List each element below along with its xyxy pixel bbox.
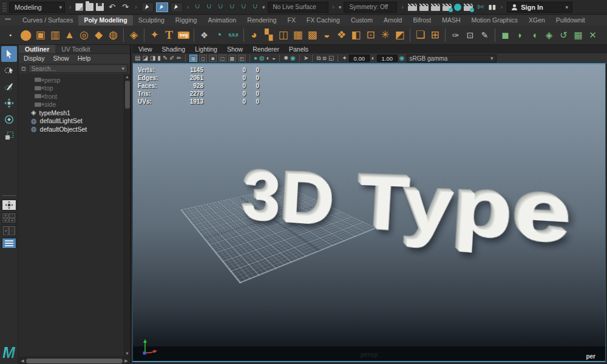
color-space-selector[interactable]: sRGB gamma ▾ — [407, 55, 497, 62]
select-object-icon[interactable] — [156, 2, 168, 12]
save-scene-icon[interactable] — [96, 3, 104, 11]
select-component-icon[interactable] — [171, 2, 183, 12]
tab-curves-surfaces[interactable]: Curves / Surfaces — [17, 15, 78, 25]
select-camera-icon[interactable]: ▤ — [135, 55, 140, 61]
snap-viewplane-icon[interactable]: ∩ — [239, 2, 248, 12]
layout-outliner-persp-button[interactable] — [2, 238, 16, 249]
poly-cone-icon[interactable]: ▲ — [63, 27, 76, 43]
exposure-field[interactable]: 0.00 — [349, 55, 370, 62]
vertical-scrollbar[interactable]: ▲ ▼ — [124, 74, 130, 357]
menu-shading[interactable]: Shading — [162, 46, 186, 53]
tab-poly-modeling[interactable]: Poly Modeling — [78, 15, 132, 25]
group-collapse-icon[interactable]: › — [185, 4, 191, 10]
menu-panels[interactable]: Panels — [289, 46, 308, 53]
lasso-tool-button[interactable] — [1, 62, 17, 78]
hypershade-icon[interactable] — [464, 4, 473, 11]
open-scene-icon[interactable] — [86, 3, 93, 11]
default-material-icon[interactable]: ◰ — [238, 55, 246, 62]
symmetrize-icon[interactable]: ◒ — [320, 27, 334, 43]
tab-custom[interactable]: Custom — [345, 15, 378, 25]
origin-coords-icon[interactable]: 0,0,0 — [226, 27, 240, 43]
multi-cut-icon[interactable]: ✑ — [449, 27, 463, 43]
svg-tool-icon[interactable]: svg — [177, 27, 191, 43]
group-collapse-icon[interactable]: › — [67, 4, 73, 10]
subdiv-cube-icon[interactable]: ◈ — [542, 27, 556, 43]
snap-point-icon[interactable]: ∩ — [216, 2, 225, 12]
sweep-mesh-icon[interactable]: ✦ — [148, 27, 161, 43]
undo-icon[interactable]: ↶ — [106, 2, 117, 12]
reset-time-icon[interactable]: ◔ — [212, 27, 226, 43]
render-sequence-icon[interactable] — [443, 4, 452, 11]
snap-grid-icon[interactable]: ∩ — [193, 2, 202, 12]
tab-outliner[interactable]: Outliner — [19, 45, 55, 53]
shelf-menu-icon[interactable] — [5, 18, 11, 20]
tab-sculpting[interactable]: Sculpting — [133, 15, 170, 25]
menu-show[interactable]: Show — [53, 55, 69, 63]
horizontal-scrollbar[interactable]: ◀ ▶ — [19, 357, 130, 364]
list-item-front[interactable]: front — [19, 92, 130, 101]
chevron-down-icon[interactable]: ▾ — [339, 4, 342, 10]
live-surface-field[interactable]: No Live Surface — [268, 2, 328, 13]
menu-help[interactable]: Help — [78, 55, 91, 63]
viewport-3d-view[interactable]: Verts:114500 Edges:206100 Faces:92800 Tr… — [132, 63, 606, 362]
light-editor-icon[interactable]: ✄ — [475, 2, 486, 12]
menu-lighting[interactable]: Lighting — [195, 46, 217, 53]
tab-pulldownit[interactable]: Pulldownit — [551, 15, 591, 25]
scrollbar-thumb[interactable] — [26, 359, 123, 363]
tab-bifrost[interactable]: Bifrost — [407, 15, 436, 25]
select-hierarchy-icon[interactable] — [141, 2, 154, 12]
camera-attributes-icon[interactable]: ◨ — [150, 55, 155, 61]
contrast-icon[interactable]: ◐ — [371, 55, 375, 61]
menu-view[interactable]: View — [138, 46, 152, 53]
poly-cube-icon[interactable]: ▣ — [33, 27, 47, 43]
crease-a-icon[interactable]: ◗ — [513, 27, 527, 43]
menu-renderer[interactable]: Renderer — [253, 46, 279, 53]
tab-fx-caching[interactable]: FX Caching — [301, 15, 345, 25]
search-input[interactable]: Search... ▾ — [29, 64, 127, 73]
redo-icon[interactable]: ↷ — [120, 2, 131, 12]
list-item-top[interactable]: top — [19, 84, 130, 93]
tab-rendering[interactable]: Rendering — [242, 15, 282, 25]
grease-play-icon[interactable]: ✏ — [177, 55, 181, 61]
image-plane-icon[interactable]: ◱ — [328, 55, 334, 61]
tab-arnold[interactable]: Arnold — [378, 15, 407, 25]
lock-camera-icon[interactable]: ◪ — [142, 55, 148, 61]
poly-sphere-icon[interactable]: ⬤ — [19, 27, 33, 43]
exposure-icon[interactable]: ✦ — [342, 55, 347, 61]
snap-curve-icon[interactable]: ∩ — [205, 2, 214, 12]
render-view-icon[interactable] — [408, 4, 417, 11]
filter-icon[interactable]: ⧉ — [21, 65, 26, 73]
multi-pane-icon[interactable]: ⧉ — [316, 55, 320, 61]
poly-plane-icon[interactable]: ◆ — [92, 27, 106, 43]
list-item-defaultobjectset[interactable]: ◍ defaultObjectSet — [19, 125, 130, 133]
bounding-box-icon[interactable]: ▢ — [219, 55, 226, 62]
render-settings-icon[interactable] — [454, 4, 461, 11]
scrollbar-thumb[interactable] — [125, 81, 130, 109]
scroll-left-icon[interactable]: ◀ — [20, 359, 25, 363]
quad-draw-icon[interactable]: ✎ — [478, 27, 492, 43]
tab-motion-graphics[interactable]: Motion Graphics — [466, 15, 523, 25]
poly-disc-icon[interactable]: ◍ — [106, 27, 120, 43]
construction-gizmo-icon[interactable]: ❖ — [197, 27, 211, 43]
cube-projection-icon[interactable]: ◧ — [349, 27, 363, 43]
poly-torus-icon[interactable]: ◎ — [77, 27, 91, 43]
gamma-field[interactable]: 1.00 — [377, 55, 398, 62]
select-tool-button[interactable] — [1, 46, 17, 62]
textured-icon[interactable]: ◍ — [259, 55, 265, 61]
tab-uv-toolkit[interactable]: UV Toolkit — [55, 45, 96, 53]
texture-grid-icon[interactable]: ▦ — [571, 27, 585, 43]
tab-rigging[interactable]: Rigging — [170, 15, 203, 25]
list-item-defaultlightset[interactable]: ◍ defaultLightSet — [19, 117, 130, 126]
platonic-solid-icon[interactable]: ◈ — [127, 27, 141, 43]
isolate-select-icon[interactable]: ➤ — [304, 55, 308, 61]
scroll-down-icon[interactable]: ▼ — [124, 351, 130, 357]
flat-shade-icon[interactable]: ◻ — [199, 55, 207, 62]
book-cam-icon[interactable]: ⧈ — [323, 55, 327, 61]
curve-warp-icon[interactable]: ↺ — [557, 27, 571, 43]
make-live-icon[interactable]: ∩ — [251, 2, 260, 12]
lights-icon[interactable]: ◐ — [266, 55, 270, 61]
render-frame-icon[interactable] — [419, 4, 429, 11]
layout-single-pane-button[interactable] — [2, 200, 16, 211]
pause-viewport-icon[interactable]: ▮▮ — [489, 4, 497, 10]
target-weld-icon[interactable]: ⊞ — [428, 27, 442, 43]
